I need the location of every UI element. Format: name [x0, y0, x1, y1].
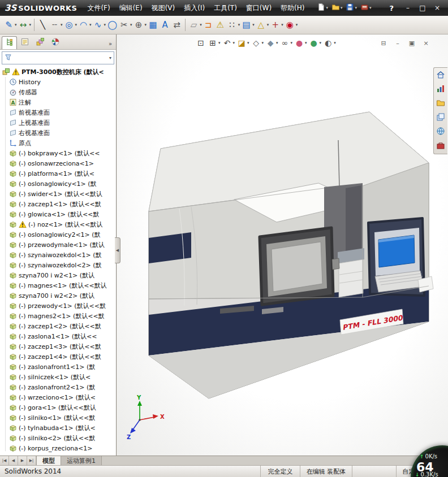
- grid-button[interactable]: ▤▾: [240, 19, 255, 32]
- toolbox-button[interactable]: [435, 140, 447, 152]
- close-doc-icon[interactable]: ×: [421, 38, 431, 47]
- dropdown-caret[interactable]: ▾: [104, 23, 106, 27]
- dropdown-caret[interactable]: ▾: [238, 23, 240, 27]
- text-button[interactable]: A: [159, 19, 171, 32]
- tree-item[interactable]: (-) magnes2<1> (默认<<默: [1, 311, 116, 321]
- smart-dimension-button[interactable]: ↔▾: [18, 19, 32, 32]
- arc-button[interactable]: ◠▾: [77, 19, 92, 32]
- print-button[interactable]: ▾: [359, 2, 373, 14]
- hide-show-button[interactable]: ∞▾: [279, 37, 294, 49]
- tasks-button[interactable]: [435, 112, 447, 124]
- first-tab-button[interactable]: |◀: [0, 456, 9, 465]
- dropdown-caret[interactable]: ▾: [276, 41, 278, 45]
- tree-item[interactable]: (-) szynaiwozekdol<2> (默: [1, 260, 116, 270]
- dropdown-caret[interactable]: ▾: [29, 23, 32, 27]
- new-doc-button[interactable]: ▾: [316, 2, 329, 14]
- point-button[interactable]: ⊕▾: [133, 19, 148, 32]
- dropdown-caret[interactable]: ▾: [369, 6, 372, 10]
- convert-button[interactable]: ⊐: [203, 19, 214, 32]
- dropdown-caret[interactable]: ▾: [296, 23, 298, 27]
- maximize-button[interactable]: □: [415, 2, 430, 14]
- tree-item[interactable]: 右视基准面: [1, 128, 116, 138]
- dropdown-caret[interactable]: ▾: [267, 23, 269, 27]
- display-style-button[interactable]: ◆▾: [265, 37, 279, 49]
- minimize-doc-icon[interactable]: –: [393, 38, 403, 47]
- tree-item[interactable]: (-) zaslonafront1<1> (默: [1, 362, 116, 372]
- dropdown-caret[interactable]: ▾: [61, 23, 63, 27]
- dropdown-caret[interactable]: ▾: [218, 41, 221, 45]
- close-button[interactable]: ×: [430, 2, 445, 14]
- previous-view-button[interactable]: ↶▾: [222, 37, 236, 49]
- folder-button[interactable]: [435, 98, 447, 110]
- plane-tool-button[interactable]: ▱▾: [188, 19, 203, 32]
- dropdown-caret[interactable]: ▾: [247, 41, 249, 45]
- tree-item[interactable]: (-) zaczep1<1> (默认<<默: [1, 199, 116, 209]
- dropdown-caret[interactable]: ▾: [262, 41, 264, 45]
- open-button[interactable]: ▾: [330, 2, 344, 14]
- section-view-button[interactable]: ◪▾: [236, 37, 250, 49]
- tree-item[interactable]: (-) silniko<1> (默认<<默: [1, 413, 116, 423]
- tree-item[interactable]: (-) zaslonafront2<1> (默: [1, 382, 116, 392]
- tree-item[interactable]: (-) oslonawrzeciona<1>: [1, 158, 116, 168]
- menu-插入[interactable]: 插入(I): [179, 1, 209, 15]
- dropdown-caret[interactable]: ▾: [341, 6, 343, 10]
- dropdown-caret[interactable]: ▾: [281, 23, 283, 27]
- view-orientation-button[interactable]: ◇▾: [251, 37, 265, 49]
- apply-scene-button[interactable]: ●▾: [308, 37, 322, 49]
- help-button[interactable]: ?: [382, 4, 400, 12]
- panel-tabs-overflow[interactable]: »: [109, 41, 114, 49]
- trim-button[interactable]: ✂▾: [118, 19, 133, 32]
- tree-item[interactable]: (-) zaczep1<4> (默认<<默: [1, 352, 116, 362]
- menu-编辑[interactable]: 编辑(E): [115, 1, 147, 15]
- next-tab-button[interactable]: ▶: [18, 456, 27, 465]
- pattern-button[interactable]: ∷▾: [226, 19, 241, 32]
- dropdown-caret[interactable]: ▾: [334, 41, 336, 45]
- zoom-area-button[interactable]: ⊞▾: [207, 37, 221, 49]
- prev-tab-button[interactable]: ◀: [9, 456, 18, 465]
- graphics-viewport[interactable]: PTM - FLL 3000 X Y Z ⊡⊞▾↶▾◪▾◇▾◆▾∞▾●▾●▾◐▾…: [117, 34, 448, 456]
- featuremanager-tab[interactable]: [2, 36, 17, 49]
- configurationmanager-tab[interactable]: [32, 36, 48, 49]
- relations-button[interactable]: ⚠: [214, 19, 226, 32]
- dropdown-caret[interactable]: ▾: [305, 41, 307, 45]
- tab-模型[interactable]: 模型: [37, 456, 61, 465]
- dropdown-caret[interactable]: ▾: [233, 41, 235, 45]
- ellipse-button[interactable]: ◯: [106, 19, 118, 32]
- zoom-fit-button[interactable]: ⊡: [195, 37, 206, 49]
- tree-item[interactable]: 传感器: [1, 87, 116, 97]
- tree-item[interactable]: 前视基准面: [1, 107, 116, 118]
- tree-item[interactable]: (-) magnes<1> (默认<<默认: [1, 280, 116, 290]
- tree-item[interactable]: (-) zaczep1<2> (默认<<默: [1, 321, 116, 331]
- centerline-button[interactable]: ╌▾: [49, 19, 63, 32]
- tree-item[interactable]: (-) oslonaglowicy<1> (默: [1, 179, 116, 189]
- evaluate-button[interactable]: △▾: [255, 19, 270, 32]
- dropdown-caret[interactable]: ▾: [130, 23, 132, 27]
- tree-item[interactable]: (-) wrzeciono<1> (默认<: [1, 392, 116, 402]
- dropdown-caret[interactable]: ▾: [89, 23, 92, 27]
- stats-button[interactable]: [435, 84, 447, 96]
- propertymanager-tab[interactable]: [17, 36, 32, 49]
- tree-item[interactable]: (-) silniko<2> (默认<<默: [1, 433, 116, 443]
- dropdown-caret[interactable]: ▾: [355, 6, 357, 10]
- save-button[interactable]: ▾: [344, 2, 358, 14]
- menu-文件[interactable]: 文件(F): [83, 1, 114, 15]
- tree-item[interactable]: (-) szynaiwozekdol<1> (默: [1, 250, 116, 260]
- home-button[interactable]: [435, 70, 447, 81]
- dropdown-caret[interactable]: ▾: [326, 6, 328, 10]
- menu-视图[interactable]: 视图(V): [147, 1, 180, 15]
- web-button[interactable]: [435, 126, 447, 138]
- snap-button[interactable]: +▾: [269, 19, 284, 32]
- dropdown-caret[interactable]: ▾: [200, 23, 202, 27]
- panel-collapse-handle[interactable]: ◀: [115, 237, 120, 263]
- filter-caret-icon[interactable]: ▾: [109, 55, 111, 60]
- tree-item[interactable]: 上视基准面: [1, 118, 116, 128]
- tree-item[interactable]: szyna700 i w2<2> (默认: [1, 290, 116, 301]
- sketch-button[interactable]: ✎▾: [3, 19, 18, 32]
- displaymanager-tab[interactable]: [48, 36, 63, 49]
- dropdown-caret[interactable]: ▾: [75, 23, 77, 27]
- dropdown-caret[interactable]: ▾: [15, 23, 17, 27]
- dropdown-caret[interactable]: ▾: [252, 23, 255, 27]
- menu-工具[interactable]: 工具(T): [209, 1, 242, 15]
- tree-filter-input[interactable]: [14, 52, 107, 64]
- tree-item[interactable]: (-) oslonaglowicy2<1> (默: [1, 229, 116, 240]
